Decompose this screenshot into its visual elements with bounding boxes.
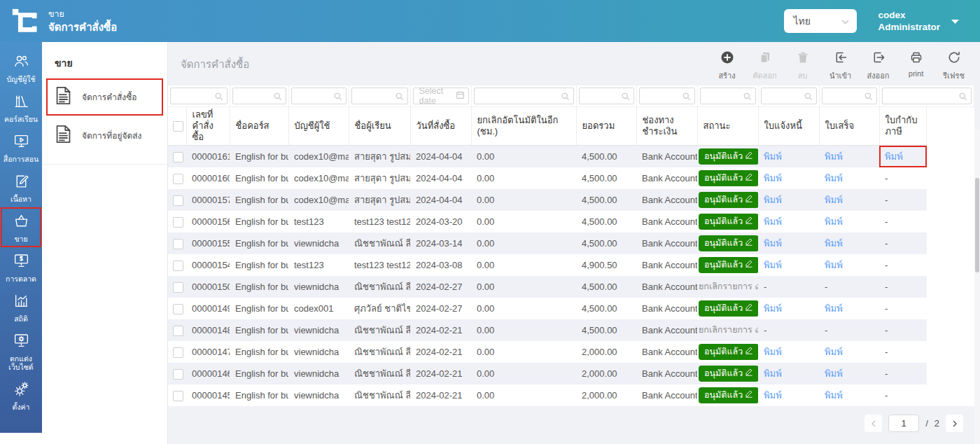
tax-invoice-print-link: - — [885, 368, 888, 379]
order-date: 2024-02-21 — [416, 325, 463, 335]
status-badge[interactable]: อนุมัติแล้ว — [699, 257, 758, 273]
invoice-print-link[interactable]: พิมพ์ — [764, 303, 782, 314]
current-page[interactable]: 1 — [888, 415, 919, 432]
column-header[interactable]: ใบเสร็จ — [819, 107, 879, 146]
next-page-button[interactable] — [946, 415, 963, 432]
receipt-print-link[interactable]: พิมพ์ — [825, 368, 843, 379]
account-search-input[interactable] — [291, 88, 346, 104]
status-search-input[interactable] — [700, 88, 756, 104]
row-checkbox[interactable] — [173, 391, 183, 401]
receipt-print-link[interactable]: พิมพ์ — [825, 195, 843, 205]
receipt-print-link[interactable]: พิมพ์ — [825, 238, 843, 249]
sidebar-item-content[interactable]: เนื้อหา — [1, 167, 41, 207]
invoice-print-link[interactable]: พิมพ์ — [764, 173, 782, 183]
sidebar-item-statistics[interactable]: สถิติ — [1, 287, 41, 327]
tax-invoice-print-link[interactable]: พิมพ์ — [885, 151, 903, 162]
prev-page-button[interactable] — [864, 415, 882, 432]
submenu-item-shipping-addresses[interactable]: จัดการที่อยู่จัดส่ง — [46, 117, 163, 154]
status-badge[interactable]: อนุมัติแล้ว — [699, 344, 758, 360]
invoice-print-link[interactable]: พิมพ์ — [764, 195, 782, 205]
receipt-print-link[interactable]: พิมพ์ — [825, 151, 843, 162]
row-checkbox[interactable] — [173, 174, 183, 184]
sidebar-item-user-accounts[interactable]: บัญชีผู้ใช้ — [1, 48, 41, 88]
status-badge[interactable]: อนุมัติแล้ว — [699, 366, 758, 382]
print-button[interactable]: print — [898, 50, 934, 82]
row-checkbox[interactable] — [173, 239, 183, 249]
scrollbar-thumb[interactable] — [975, 178, 979, 272]
invoice-print-link[interactable]: พิมพ์ — [764, 151, 782, 162]
invoice-print-link[interactable]: พิมพ์ — [764, 260, 782, 270]
create-button[interactable]: สร้าง — [709, 50, 745, 82]
date-picker-input[interactable]: Select date — [413, 88, 469, 104]
invoice-search-input[interactable] — [761, 88, 817, 104]
status-badge[interactable]: อนุมัติแล้ว — [699, 235, 758, 251]
invoice-print-link[interactable]: พิมพ์ — [764, 238, 782, 249]
receipt-print-link[interactable]: พิมพ์ — [825, 216, 843, 227]
row-checkbox[interactable] — [173, 261, 183, 271]
auto-cancel-search-input[interactable] — [474, 88, 574, 104]
column-header[interactable]: ช่องทางชำระเงิน — [636, 107, 697, 146]
student-search-input[interactable] — [351, 88, 408, 104]
invoice-print-link[interactable]: พิมพ์ — [764, 390, 782, 401]
row-checkbox[interactable] — [173, 217, 183, 228]
sidebar-item-teaching-media[interactable]: สื่อการสอน — [1, 127, 41, 167]
receipt-search-input[interactable] — [822, 88, 877, 104]
row-checkbox[interactable] — [173, 304, 183, 314]
invoice-print-link[interactable]: พิมพ์ — [764, 347, 782, 357]
receipt-print-link[interactable]: พิมพ์ — [825, 303, 843, 314]
status-badge[interactable]: ยกเลิกรายการ — [699, 279, 758, 295]
sidebar-item-website-design[interactable]: ตกแต่งเว็บไซต์ — [1, 327, 41, 375]
status-badge[interactable]: อนุมัติแล้ว — [699, 214, 758, 230]
column-header[interactable]: วันที่สั่งซื้อ — [410, 107, 471, 146]
order-date: 2024-02-21 — [416, 347, 463, 357]
row-checkbox[interactable] — [173, 282, 183, 293]
submenu-item-manage-orders[interactable]: จัดการคำสั่งซื้อ — [46, 78, 163, 116]
sidebar-item-marketing[interactable]: การตลาด — [1, 247, 41, 287]
total-search-input[interactable] — [579, 88, 634, 104]
import-button[interactable]: นำเข้า — [822, 50, 858, 82]
invoice-print-link[interactable]: พิมพ์ — [764, 368, 782, 379]
row-checkbox[interactable] — [173, 326, 183, 336]
export-button[interactable]: ส่งออก — [860, 50, 896, 82]
language-select[interactable]: ไทย — [784, 9, 857, 33]
column-header[interactable]: ชื่อผู้เรียน — [349, 107, 410, 146]
status-badge[interactable]: อนุมัติแล้ว — [699, 170, 758, 186]
column-header[interactable]: เลขที่คำสั่งซื้อ — [186, 107, 230, 146]
payment-search-input[interactable] — [639, 88, 695, 104]
column-header[interactable]: บัญชีผู้ใช้ — [288, 107, 349, 146]
status-badge[interactable]: อนุมัติแล้ว — [699, 387, 758, 403]
row-checkbox[interactable] — [173, 152, 183, 162]
order-no-search-input[interactable] — [170, 88, 227, 104]
user-menu[interactable]: codex Administrator — [878, 9, 959, 33]
row-checkbox[interactable] — [173, 369, 183, 380]
delete-button[interactable]: ลบ — [785, 50, 820, 82]
refresh-button[interactable]: รีเฟรช — [936, 50, 972, 82]
column-header[interactable]: สถานะ — [697, 107, 758, 146]
status-badge[interactable]: อนุมัติแล้ว — [699, 192, 758, 208]
column-header[interactable]: ยอดรวม — [576, 107, 636, 146]
column-header[interactable]: ใบกำกับภาษี — [879, 107, 927, 146]
invoice-print-link[interactable]: พิมพ์ — [764, 216, 782, 227]
column-header[interactable]: ใบแจ้งหนี้ — [758, 107, 819, 146]
status-badge[interactable]: ยกเลิกรายการ — [699, 322, 758, 338]
receipt-print-link[interactable]: พิมพ์ — [825, 260, 843, 270]
column-header[interactable]: ยกเลิกอัตโนมัติในอีก (ชม.) — [471, 107, 576, 146]
status-badge[interactable]: อนุมัติแล้ว — [699, 300, 758, 317]
course-search-input[interactable] — [232, 88, 286, 104]
receipt-print-link[interactable]: พิมพ์ — [825, 173, 843, 183]
receipt-print-link[interactable]: พิมพ์ — [825, 347, 843, 357]
status-badge[interactable]: อนุมัติแล้ว — [699, 148, 758, 165]
row-checkbox[interactable] — [173, 195, 183, 206]
sidebar-item-courses[interactable]: คอร์สเรียน — [1, 88, 41, 127]
vertical-scrollbar[interactable] — [974, 129, 980, 444]
sidebar-item-settings[interactable]: ตั้งค่า — [1, 375, 41, 415]
tax-invoice-search-input[interactable] — [882, 88, 972, 104]
select-all-checkbox[interactable] — [173, 121, 183, 132]
user-role: Administrator — [878, 21, 940, 33]
column-header[interactable]: ชื่อคอร์ส — [230, 107, 288, 146]
row-checkbox[interactable] — [173, 347, 183, 358]
sidebar-item-sales[interactable]: ขาย — [1, 207, 41, 247]
receipt-print-link[interactable]: พิมพ์ — [825, 390, 843, 401]
copy-button[interactable]: คัดลอก — [747, 50, 783, 82]
payment-channel: Bank Account — [642, 195, 697, 205]
